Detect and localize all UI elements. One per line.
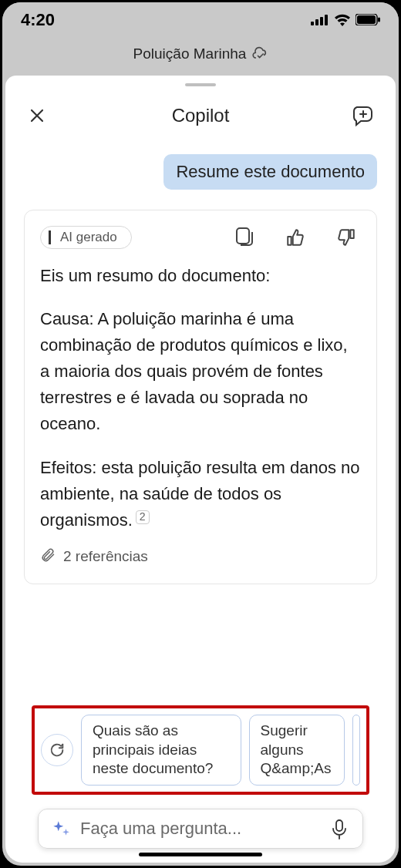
svg-rect-2 xyxy=(320,17,323,25)
thumbs-up-button[interactable] xyxy=(285,227,305,247)
chip-indicator-icon xyxy=(49,230,51,244)
suggestion-1[interactable]: Quais são as principais ideias neste doc… xyxy=(81,715,241,786)
suggestions-highlight: Quais são as principais ideias neste doc… xyxy=(32,705,369,795)
copy-button[interactable] xyxy=(234,227,254,247)
app-header: Poluição Marinha xyxy=(2,37,399,71)
new-chat-button[interactable] xyxy=(351,103,376,128)
home-indicator[interactable] xyxy=(139,853,262,856)
references-row[interactable]: 2 referências xyxy=(40,547,361,567)
status-icons xyxy=(311,14,380,26)
card-actions xyxy=(234,227,361,247)
close-button[interactable] xyxy=(25,104,49,127)
copilot-sheet: Copilot Resume este documento AI gerado xyxy=(5,76,396,863)
svg-rect-7 xyxy=(237,228,249,244)
sparkle-icon xyxy=(51,819,71,839)
svg-rect-6 xyxy=(378,18,380,22)
suggestion-2[interactable]: Sugerir alguns Q&amp;As xyxy=(249,715,345,786)
clock: 4:20 xyxy=(21,10,55,30)
prompt-placeholder: Faça uma pergunta... xyxy=(80,819,322,839)
thumbs-down-button[interactable] xyxy=(336,227,356,247)
ai-generated-chip[interactable]: AI gerado xyxy=(40,226,132,249)
svg-rect-5 xyxy=(357,15,376,24)
ai-card-header: AI gerado xyxy=(40,226,361,249)
cellular-icon xyxy=(311,15,329,25)
refresh-suggestions-button[interactable] xyxy=(41,734,73,766)
wifi-icon xyxy=(334,14,351,26)
ai-p2-text: Efeitos: esta poluição resulta em danos … xyxy=(40,458,360,530)
chat-body: Resume este documento AI gerado xyxy=(5,142,396,863)
references-label: 2 referências xyxy=(63,548,148,565)
ai-response-text: Eis um resumo do documento: Causa: A pol… xyxy=(40,263,361,533)
microphone-button[interactable] xyxy=(332,819,350,838)
cloud-sync-icon xyxy=(252,46,268,62)
svg-rect-8 xyxy=(336,820,342,831)
prompt-input[interactable]: Faça uma pergunta... xyxy=(38,809,363,849)
suggestion-3-partial[interactable] xyxy=(352,715,360,786)
user-message: Resume este documento xyxy=(163,154,377,190)
ai-paragraph-1: Causa: A poluição marinha é uma combinaç… xyxy=(40,306,361,437)
ai-chip-label: AI gerado xyxy=(60,230,117,245)
battery-icon xyxy=(356,14,380,25)
sheet-header: Copilot xyxy=(5,86,396,142)
svg-rect-3 xyxy=(325,15,328,25)
svg-rect-1 xyxy=(315,19,318,25)
ai-paragraph-2: Efeitos: esta poluição resulta em danos … xyxy=(40,455,361,533)
reference-badge[interactable]: 2 xyxy=(136,510,150,524)
ai-intro-line: Eis um resumo do documento: xyxy=(40,263,361,289)
status-bar: 4:20 xyxy=(2,2,399,37)
attachment-icon xyxy=(40,547,56,567)
sheet-title: Copilot xyxy=(172,105,230,126)
document-title: Poluição Marinha xyxy=(133,45,247,62)
svg-rect-0 xyxy=(311,22,314,25)
ai-response-card: AI gerado Eis u xyxy=(24,210,377,584)
phone-frame: 4:20 Poluição Marinha Copilot xyxy=(2,2,399,866)
suggestions-area: Quais são as principais ideias neste doc… xyxy=(24,705,377,804)
